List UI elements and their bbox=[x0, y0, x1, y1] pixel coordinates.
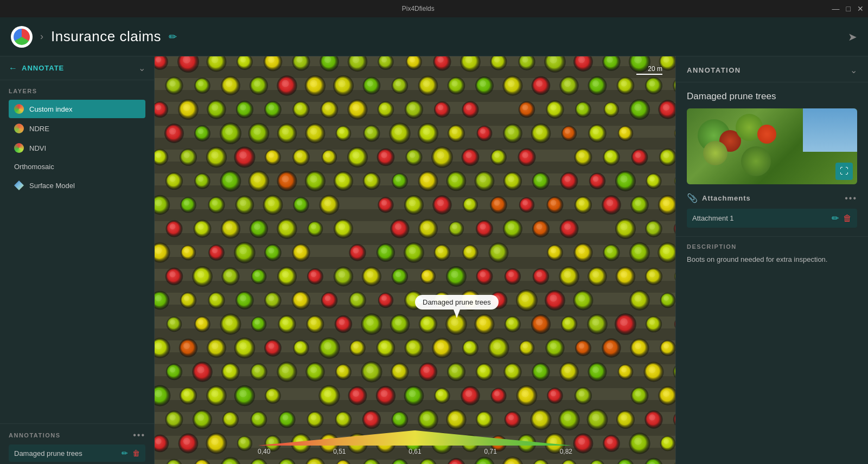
description-text: Boots on ground needed for extra inspect… bbox=[687, 254, 857, 266]
annotation-section-title: ANNOTATION bbox=[687, 66, 850, 74]
app-header: › Insurance claims ✏ ➤ bbox=[0, 17, 868, 56]
attachments-label: Attachments bbox=[702, 194, 845, 202]
layer-label-custom-index: Custom index bbox=[29, 105, 72, 113]
back-arrow-icon[interactable]: ← bbox=[9, 63, 17, 73]
annotation-image: ⛶ bbox=[687, 108, 857, 184]
layer-item-orthomosaic[interactable]: Orthomosaic bbox=[9, 158, 145, 175]
attachment-label-0: Attachment 1 bbox=[692, 214, 827, 222]
right-panel: ANNOTATION ⌄ Damaged prune trees ⛶ 📎 Att… bbox=[675, 56, 868, 464]
annotations-title: ANNOTATIONS bbox=[9, 432, 133, 439]
paperclip-icon: 📎 bbox=[687, 193, 698, 203]
sky-bg bbox=[803, 108, 857, 152]
annotation-img-content bbox=[687, 108, 857, 184]
map-canvas bbox=[155, 56, 675, 464]
annotate-header: ← ANNOTATE ⌄ bbox=[0, 56, 154, 80]
attachments-section: 📎 Attachments ••• Attachment 1 ✏ 🗑 bbox=[676, 193, 868, 236]
ndre-icon bbox=[14, 124, 24, 133]
app-name: Pix4Dfields bbox=[4, 5, 832, 12]
layer-label-orthomosaic: Orthomosaic bbox=[14, 163, 54, 171]
gradient-val-3: 0,71 bbox=[484, 448, 496, 455]
description-title: DESCRIPTION bbox=[687, 243, 857, 250]
attachment-delete-icon[interactable]: 🗑 bbox=[843, 214, 852, 223]
gradient-bar bbox=[258, 430, 572, 446]
annotate-label: ANNOTATE bbox=[22, 64, 134, 72]
annotations-section: ANNOTATIONS ••• Damaged prune trees ✏ 🗑 bbox=[0, 423, 154, 464]
project-title: Insurance claims bbox=[51, 28, 161, 45]
annotation-item-label: Damaged prune trees bbox=[14, 449, 117, 457]
layer-label-ndre: NDRE bbox=[29, 125, 49, 133]
annotation-name: Damaged prune trees bbox=[676, 82, 868, 108]
layers-title: LAYERS bbox=[9, 88, 145, 94]
ndvi-icon bbox=[14, 143, 24, 153]
annotate-collapse-icon[interactable]: ⌄ bbox=[138, 63, 145, 73]
layer-label-ndvi: NDVI bbox=[29, 144, 46, 152]
fruit-spot-5 bbox=[757, 125, 776, 144]
gradient-val-1: 0,51 bbox=[333, 448, 346, 455]
titlebar: Pix4Dfields — □ ✕ bbox=[0, 0, 868, 17]
logo-icon bbox=[14, 29, 30, 45]
layer-item-ndvi[interactable]: NDVI bbox=[9, 139, 145, 157]
edit-title-icon[interactable]: ✏ bbox=[169, 31, 177, 43]
attachment-row-0[interactable]: Attachment 1 ✏ 🗑 bbox=[687, 209, 857, 228]
annotation-collapse-icon[interactable]: ⌄ bbox=[850, 65, 857, 75]
annotation-edit-icon[interactable]: ✏ bbox=[122, 449, 128, 457]
annotation-delete-icon[interactable]: 🗑 bbox=[132, 449, 140, 457]
layers-section: LAYERS Custom index NDRE NDVI Orthomosai… bbox=[0, 80, 154, 200]
annotations-more-icon[interactable]: ••• bbox=[133, 430, 145, 440]
layer-item-custom-index[interactable]: Custom index bbox=[9, 100, 145, 118]
annotations-header: ANNOTATIONS ••• bbox=[9, 430, 145, 440]
annotation-item-damaged-prune[interactable]: Damaged prune trees ✏ 🗑 bbox=[9, 444, 145, 462]
gradient-val-0: 0,40 bbox=[258, 448, 270, 455]
gradient-val-4: 0,82 bbox=[560, 448, 572, 455]
layer-item-surface-model[interactable]: Surface Model bbox=[9, 176, 145, 195]
map-area[interactable]: 20 m Damaged prune trees 0,40 0,51 0,61 … bbox=[155, 56, 675, 464]
app-logo bbox=[11, 26, 33, 48]
minimize-button[interactable]: — bbox=[832, 4, 840, 13]
close-button[interactable]: ✕ bbox=[857, 4, 864, 13]
scale-bar: 20 m bbox=[636, 65, 662, 75]
share-icon[interactable]: ➤ bbox=[848, 30, 857, 43]
surface-model-icon bbox=[14, 181, 24, 190]
window-controls: — □ ✕ bbox=[832, 4, 864, 13]
attachments-header: 📎 Attachments ••• bbox=[687, 193, 857, 203]
scale-label: 20 m bbox=[648, 65, 662, 73]
gradient-val-2: 0,61 bbox=[409, 448, 421, 455]
attachment-edit-icon[interactable]: ✏ bbox=[832, 213, 839, 223]
fruit-spot-6 bbox=[741, 146, 771, 176]
description-section: DESCRIPTION Boots on ground needed for e… bbox=[676, 236, 868, 272]
annotation-panel-header: ANNOTATION ⌄ bbox=[676, 56, 868, 82]
maximize-button[interactable]: □ bbox=[846, 4, 851, 13]
left-sidebar: ← ANNOTATE ⌄ LAYERS Custom index NDRE ND… bbox=[0, 56, 155, 464]
layer-item-ndre[interactable]: NDRE bbox=[9, 119, 145, 138]
expand-image-button[interactable]: ⛶ bbox=[835, 163, 853, 180]
fruit-spot-4 bbox=[703, 141, 727, 165]
attachments-more-icon[interactable]: ••• bbox=[845, 194, 857, 203]
scale-line bbox=[636, 74, 662, 75]
breadcrumb-chevron: › bbox=[40, 31, 43, 42]
gradient-bar-container: 0,40 0,51 0,61 0,71 0,82 bbox=[258, 430, 572, 455]
gradient-icon bbox=[14, 104, 24, 114]
gradient-labels: 0,40 0,51 0,61 0,71 0,82 bbox=[258, 448, 572, 455]
layer-label-surface-model: Surface Model bbox=[29, 182, 75, 190]
